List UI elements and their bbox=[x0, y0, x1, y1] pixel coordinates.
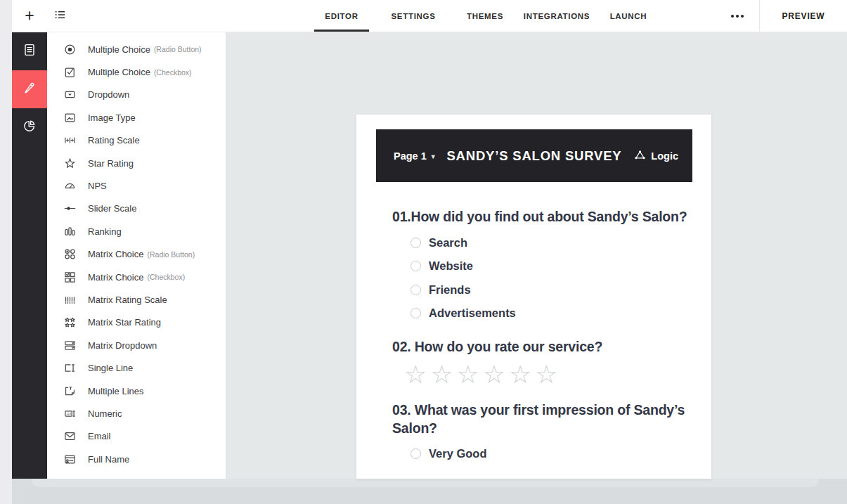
more-menu-button[interactable] bbox=[725, 0, 750, 32]
question-type-sublabel: (Radio Button) bbox=[147, 250, 195, 259]
slider-icon bbox=[63, 202, 76, 215]
tab[interactable]: SETTINGS bbox=[377, 0, 449, 32]
radio-icon[interactable] bbox=[410, 238, 421, 248]
tab-label: SETTINGS bbox=[391, 12, 435, 20]
svg-text:123: 123 bbox=[66, 412, 72, 415]
preview-button[interactable]: PREVIEW bbox=[759, 0, 847, 32]
rating-scale-icon bbox=[63, 134, 76, 147]
question-type-label: Full Name bbox=[88, 454, 129, 465]
sidebar-item[interactable] bbox=[12, 70, 47, 108]
survey-header: Page 1 ▼ SANDY’S SALON SURVEY Logic bbox=[376, 129, 692, 182]
option-row[interactable]: Website bbox=[410, 254, 690, 278]
question-type-row[interactable]: Matrix Rating Scale bbox=[47, 288, 226, 311]
question-type-row[interactable]: Full Name bbox=[47, 448, 226, 470]
question-type-row[interactable]: Multiple Lines bbox=[47, 380, 226, 402]
more-dots-icon bbox=[731, 15, 744, 18]
radio-icon[interactable] bbox=[410, 448, 421, 459]
tab[interactable]: INTEGRATIONS bbox=[521, 0, 593, 32]
question-type-row[interactable]: Image Type bbox=[47, 106, 226, 129]
option-row[interactable]: Advertisements bbox=[410, 302, 690, 325]
radio-icon[interactable] bbox=[410, 285, 421, 295]
preview-label: PREVIEW bbox=[782, 11, 825, 21]
question-type-label: Multiple Lines bbox=[88, 386, 144, 396]
matrix-checkbox-icon bbox=[63, 271, 76, 283]
question-list-icon bbox=[54, 8, 67, 24]
caret-down-icon: ▼ bbox=[430, 152, 437, 160]
radio-icon bbox=[63, 43, 76, 56]
question-type-row[interactable]: Matrix Choice (Radio Button) bbox=[47, 243, 226, 266]
radio-icon[interactable] bbox=[410, 261, 421, 271]
footer-card-edge bbox=[32, 479, 819, 487]
star-icon bbox=[63, 157, 76, 169]
dropdown-icon bbox=[63, 89, 76, 101]
question-type-label: NPS bbox=[88, 181, 107, 191]
question-type-sublabel: (Checkbox) bbox=[154, 68, 192, 77]
question-type-row[interactable]: Multiple Choice (Radio Button) bbox=[47, 38, 226, 60]
full-name-icon bbox=[63, 453, 76, 465]
option-label: Website bbox=[429, 259, 473, 273]
numeric-icon: 123 bbox=[63, 407, 76, 420]
question-type-row[interactable]: Matrix Choice (Checkbox) bbox=[47, 266, 226, 288]
question-type-label: Rating Scale bbox=[88, 135, 140, 146]
question-type-row[interactable]: NPS bbox=[47, 174, 226, 197]
star-rating-row[interactable]: ☆☆☆☆☆☆ bbox=[404, 360, 690, 389]
logic-button[interactable]: Logic bbox=[634, 129, 678, 182]
left-strip bbox=[0, 0, 12, 504]
logic-icon bbox=[634, 149, 646, 163]
plus-icon: + bbox=[25, 6, 34, 25]
question-type-row[interactable]: Rating Scale bbox=[47, 129, 226, 152]
image-icon bbox=[63, 111, 76, 124]
add-question-button[interactable]: + bbox=[16, 0, 43, 32]
question-type-row[interactable]: Matrix Dropdown bbox=[47, 334, 226, 356]
question-type-label: Slider Scale bbox=[88, 203, 136, 214]
question-type-row[interactable]: Email bbox=[47, 425, 226, 448]
sidebar-item[interactable] bbox=[12, 108, 47, 146]
tab[interactable]: EDITOR bbox=[306, 0, 377, 32]
tab[interactable]: THEMES bbox=[449, 0, 521, 32]
question-type-label: Matrix Dropdown bbox=[88, 340, 157, 351]
option-row[interactable]: Very Good bbox=[410, 442, 690, 466]
question-type-row[interactable]: Ranking bbox=[47, 220, 226, 243]
question-type-row[interactable]: 123 Numeric bbox=[47, 402, 226, 425]
question-type-row[interactable]: Star Rating bbox=[47, 152, 226, 174]
active-tab-underline bbox=[314, 30, 369, 32]
survey-body: 01.How did you find out about Sandy’s Sa… bbox=[356, 182, 711, 479]
option-label: Very Good bbox=[429, 447, 487, 460]
question-type-row[interactable]: Single Line bbox=[47, 356, 226, 379]
question-type-label: Image Type bbox=[88, 112, 136, 123]
app: + EDITOR SETTINGS bbox=[0, 0, 847, 504]
tab[interactable]: LAUNCH bbox=[593, 0, 664, 32]
matrix-star-icon bbox=[63, 316, 76, 329]
question-list-button[interactable] bbox=[47, 0, 74, 32]
pie-chart-icon bbox=[22, 119, 37, 136]
question-type-row[interactable]: Matrix Star Rating bbox=[47, 311, 226, 334]
question-type-label: Matrix Choice bbox=[88, 272, 143, 283]
question-type-label: Dropdown bbox=[88, 89, 129, 100]
option-row[interactable]: Search bbox=[410, 231, 690, 254]
page-selector[interactable]: Page 1 ▼ bbox=[394, 129, 437, 182]
matrix-rating-icon bbox=[63, 293, 76, 306]
question-type-row[interactable]: Dropdown bbox=[47, 84, 226, 106]
question-options: Very Good bbox=[410, 442, 690, 466]
logic-label: Logic bbox=[651, 150, 678, 162]
sidebar-item[interactable] bbox=[12, 32, 47, 70]
question-type-label: Ranking bbox=[88, 226, 122, 237]
question-block: 01.How did you find out about Sandy’s Sa… bbox=[392, 208, 690, 325]
question-type-label: Single Line bbox=[88, 363, 133, 373]
nps-icon bbox=[63, 180, 76, 193]
question-options: Search Website Friends bbox=[410, 231, 690, 325]
question-type-label: Matrix Rating Scale bbox=[88, 295, 167, 305]
question-type-row[interactable]: Slider Scale bbox=[47, 198, 226, 220]
sidebar-rail bbox=[12, 32, 47, 479]
option-row[interactable]: Friends bbox=[410, 278, 690, 302]
multiple-lines-icon bbox=[63, 385, 76, 397]
radio-icon[interactable] bbox=[410, 308, 421, 318]
option-label: Friends bbox=[429, 283, 471, 297]
question-type-row[interactable]: Multiple Choice (Checkbox) bbox=[47, 60, 226, 83]
question-type-label: Star Rating bbox=[88, 158, 134, 169]
pencil-icon bbox=[22, 81, 37, 98]
ranking-icon bbox=[63, 225, 76, 238]
question-title: 01.How did you find out about Sandy’s Sa… bbox=[392, 208, 690, 226]
topbar: + EDITOR SETTINGS bbox=[12, 0, 847, 32]
question-type-label: Email bbox=[88, 431, 111, 441]
